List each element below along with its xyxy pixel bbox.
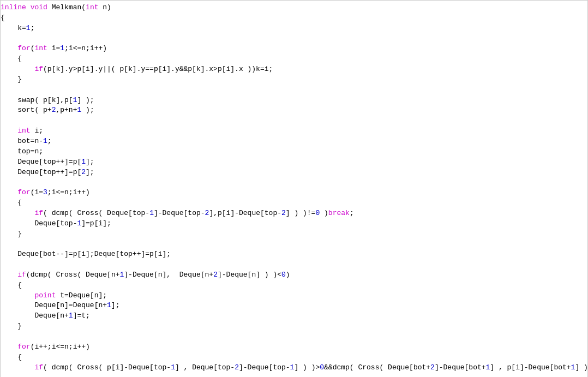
code-content: inline void Melkman(int n) { k=1; for(in… [1,3,587,377]
code-editor[interactable]: inline void Melkman(int n) { k=1; for(in… [0,0,588,377]
